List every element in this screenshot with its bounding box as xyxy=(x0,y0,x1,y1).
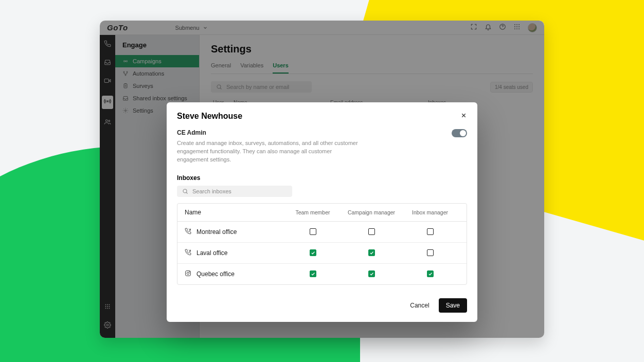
checkbox[interactable] xyxy=(310,270,316,277)
checkbox[interactable] xyxy=(310,249,316,256)
col-team: Team member xyxy=(283,209,342,215)
col-name: Name xyxy=(185,209,283,216)
inboxes-heading: Inboxes xyxy=(177,174,467,182)
instagram-icon xyxy=(185,270,191,278)
inbox-row: Laval office xyxy=(177,243,467,264)
phone-in-icon xyxy=(185,249,191,257)
inbox-search-input[interactable]: Search inboxes xyxy=(177,186,292,197)
search-icon xyxy=(182,188,188,194)
close-icon xyxy=(460,112,467,119)
checkbox[interactable] xyxy=(427,270,434,277)
modal-title: Steve Newhouse xyxy=(177,112,242,121)
checkbox[interactable] xyxy=(368,228,375,235)
inbox-row: Quebec office xyxy=(177,264,467,284)
col-manager: Inbox manager xyxy=(401,209,459,215)
inbox-name: Montreal office xyxy=(196,228,237,236)
inbox-name: Quebec office xyxy=(196,270,235,278)
checkbox[interactable] xyxy=(368,249,375,256)
svg-point-33 xyxy=(187,272,189,274)
inbox-row: Montreal office xyxy=(177,222,467,243)
inbox-search-placeholder: Search inboxes xyxy=(192,188,231,194)
save-button[interactable]: Save xyxy=(439,298,467,313)
checkbox[interactable] xyxy=(427,249,434,256)
cancel-button[interactable]: Cancel xyxy=(410,302,429,309)
inbox-grid: Name Team member Campaign manager Inbox … xyxy=(177,203,467,285)
role-toggle[interactable] xyxy=(452,129,467,137)
col-campaign: Campaign manager xyxy=(342,209,401,215)
checkbox[interactable] xyxy=(310,228,316,235)
svg-point-34 xyxy=(189,272,190,272)
user-modal: Steve Newhouse CE Admin Create and manag… xyxy=(167,102,477,322)
inbox-name: Laval office xyxy=(196,249,228,257)
checkbox[interactable] xyxy=(427,228,434,235)
role-name: CE Admin xyxy=(177,129,362,136)
role-description: Create and manage inbox, surveys, automa… xyxy=(177,139,362,164)
svg-point-31 xyxy=(183,189,187,193)
phone-in-icon xyxy=(185,228,191,236)
checkbox[interactable] xyxy=(368,270,375,277)
close-button[interactable] xyxy=(460,112,467,121)
